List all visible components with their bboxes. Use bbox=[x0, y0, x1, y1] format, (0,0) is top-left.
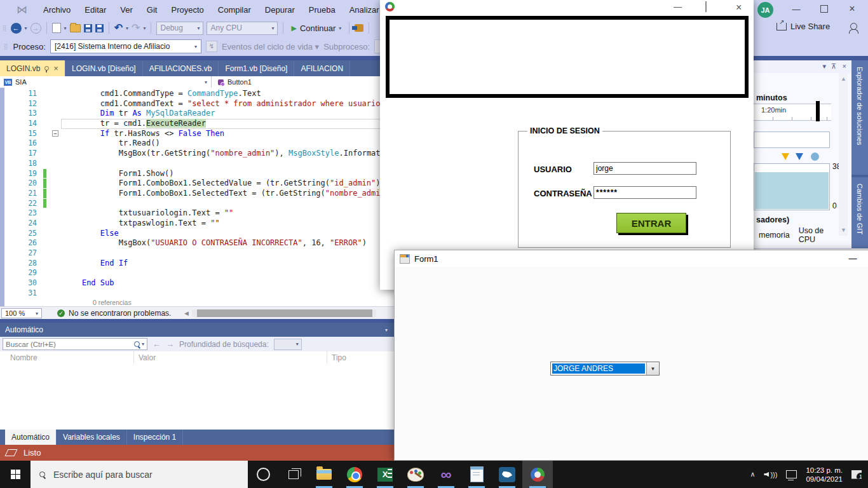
collapse-icon[interactable]: − bbox=[52, 130, 58, 137]
hscroll-left-arrow[interactable]: ◀ bbox=[184, 310, 189, 316]
login-close-button[interactable]: × bbox=[736, 2, 742, 13]
col-tipo[interactable]: Tipo bbox=[332, 353, 346, 362]
chevron-down-icon[interactable]: ▾ bbox=[822, 62, 826, 71]
close-icon[interactable]: × bbox=[53, 65, 58, 72]
menu-item-depurar[interactable]: Depurar bbox=[258, 3, 302, 17]
timeline-current-marker[interactable] bbox=[816, 101, 820, 121]
chevron-down-icon[interactable]: ▾ bbox=[64, 25, 67, 31]
start-button[interactable] bbox=[0, 461, 31, 488]
vs-close-button[interactable]: × bbox=[841, 0, 863, 18]
notifications-button[interactable]: 1 bbox=[851, 470, 862, 479]
form1-minimize-button[interactable]: — bbox=[843, 252, 862, 266]
taskbar-file-explorer[interactable] bbox=[309, 461, 339, 488]
toolbar-grip[interactable]: ⣿ bbox=[3, 25, 6, 31]
solution-platform-combo[interactable]: Any CPU▾ bbox=[207, 22, 278, 35]
login-maximize-button[interactable] bbox=[705, 2, 707, 11]
close-icon[interactable]: × bbox=[843, 62, 846, 70]
doc-tab-form1-vb-dise-o-[interactable]: Form1.vb [Diseño] bbox=[219, 60, 294, 76]
hscrollbar-thumb[interactable] bbox=[197, 309, 372, 317]
doc-tab-afiliacion[interactable]: AFILIACION bbox=[294, 60, 350, 76]
chevron-down-icon[interactable]: ▾ bbox=[142, 341, 144, 347]
save-all-button[interactable] bbox=[95, 24, 104, 32]
taskbar-notepad[interactable] bbox=[461, 461, 492, 488]
taskbar-mysql-workbench[interactable] bbox=[492, 461, 522, 488]
menu-item-compilar[interactable]: Compilar bbox=[211, 3, 258, 17]
vs-maximize-button[interactable] bbox=[813, 0, 835, 18]
cortana-button[interactable] bbox=[248, 461, 278, 488]
scroll-down-icon[interactable]: ▼ bbox=[841, 227, 846, 233]
menu-item-git[interactable]: Git bbox=[140, 3, 165, 17]
doc-tab-afiliaciones-vb[interactable]: AFILIACIONES.vb bbox=[143, 60, 219, 76]
tab-memory-usage[interactable]: memoria bbox=[759, 231, 790, 240]
taskbar-search[interactable]: Escribe aquí para buscar bbox=[31, 461, 248, 488]
live-share-button[interactable]: Live Share bbox=[776, 22, 857, 31]
project-selector[interactable]: VB SIA ▾ bbox=[0, 78, 211, 86]
chevron-down-icon[interactable]: ▾ bbox=[143, 25, 146, 31]
new-file-button[interactable] bbox=[52, 23, 61, 33]
pin-icon[interactable]: ⊼ bbox=[831, 62, 836, 71]
clock[interactable]: 10:23 p. m. 09/04/2021 bbox=[806, 466, 843, 484]
menu-item-proyecto[interactable]: Proyecto bbox=[164, 3, 210, 17]
debug-tab-variables-locales[interactable]: Variables locales bbox=[57, 430, 127, 445]
memory-usage-chart[interactable] bbox=[754, 163, 830, 210]
redo-button[interactable]: ↷ bbox=[132, 24, 140, 32]
task-view-button[interactable] bbox=[278, 461, 309, 488]
editor-zoom-combo[interactable]: 100 %▾ bbox=[1, 308, 42, 318]
diagnostics-scrollbar[interactable]: ▲ ▼ bbox=[839, 73, 848, 236]
form1-titlebar[interactable]: Form1 bbox=[395, 250, 868, 267]
contrasena-input[interactable] bbox=[593, 186, 696, 199]
chevron-down-icon[interactable]: ▾ bbox=[126, 25, 128, 31]
debug-tab-inspecci-n-1[interactable]: Inspección 1 bbox=[127, 430, 183, 445]
navigate-forward-button[interactable]: → bbox=[31, 23, 41, 34]
menu-item-prueba[interactable]: Prueba bbox=[302, 3, 342, 17]
member-selector[interactable]: Button1 bbox=[227, 78, 252, 86]
save-button[interactable] bbox=[84, 24, 92, 32]
taskbar-paint[interactable] bbox=[400, 461, 431, 488]
process-combo[interactable]: [2416] Sistema Interno de Afiliacio▾ bbox=[50, 39, 201, 53]
volume-button[interactable]: ))) bbox=[764, 471, 777, 478]
search-depth-combo[interactable]: ▾ bbox=[274, 339, 302, 350]
menu-item-ver[interactable]: Ver bbox=[113, 3, 140, 17]
events-track[interactable] bbox=[754, 132, 830, 148]
combobox-dropdown-button[interactable]: ▼ bbox=[646, 362, 659, 375]
lifecycle-events-label[interactable]: Eventos del ciclo de vida ▾ bbox=[222, 42, 319, 51]
chevron-down-icon[interactable]: ▾ bbox=[25, 25, 27, 31]
entrar-button[interactable]: ENTRAR bbox=[616, 213, 686, 233]
search-next-arrow[interactable]: → bbox=[166, 339, 174, 349]
login-window-titlebar[interactable]: — × bbox=[380, 0, 754, 14]
menu-item-archivo[interactable]: Archivo bbox=[36, 3, 78, 17]
debug-tab-autom-tico[interactable]: Automático bbox=[5, 430, 57, 445]
admin-combobox[interactable]: JORGE ANDRES ▼ bbox=[550, 362, 660, 376]
autos-search-box[interactable]: ▾ bbox=[3, 338, 147, 350]
search-input[interactable] bbox=[3, 341, 134, 348]
taskbar-visual-studio[interactable]: ∞ bbox=[431, 461, 461, 488]
tab-cpu-usage[interactable]: Uso de CPU bbox=[799, 226, 839, 244]
vs-minimize-button[interactable]: — bbox=[785, 0, 807, 18]
event-marker-yellow-icon[interactable] bbox=[782, 153, 789, 160]
chevron-down-icon[interactable]: ▾ bbox=[385, 327, 388, 333]
lifecycle-events-icon[interactable]: ↯ bbox=[206, 41, 217, 52]
search-icon[interactable] bbox=[134, 341, 140, 347]
login-minimize-button[interactable]: — bbox=[674, 2, 682, 11]
codelens-references[interactable]: 0 referencias bbox=[93, 299, 132, 306]
feedback-person-icon[interactable] bbox=[850, 23, 857, 30]
network-icon[interactable] bbox=[786, 470, 797, 478]
taskbar-chrome[interactable] bbox=[339, 461, 370, 488]
toolbar-grip[interactable]: ⣿ bbox=[4, 43, 8, 50]
solution-configuration-combo[interactable]: Debug▾ bbox=[156, 22, 203, 35]
doc-tab-login-vb[interactable]: LOGIN.vb× bbox=[0, 60, 65, 76]
continue-debug-button[interactable]: ▶ Continuar ▾ bbox=[288, 24, 344, 33]
scroll-up-icon[interactable]: ▲ bbox=[841, 76, 846, 82]
tab-git-changes[interactable]: Cambios de GIT bbox=[851, 177, 868, 248]
col-nombre[interactable]: Nombre bbox=[10, 353, 37, 362]
col-valor[interactable]: Valor bbox=[139, 353, 156, 362]
doc-tab-login-vb-dise-o-[interactable]: LOGIN.vb [Diseño] bbox=[65, 60, 143, 76]
account-avatar[interactable]: JA bbox=[757, 2, 773, 18]
event-marker-blue-icon[interactable] bbox=[796, 153, 803, 160]
hidden-icons-chevron[interactable]: ∧ bbox=[750, 470, 755, 478]
attach-process-icon[interactable] bbox=[355, 24, 363, 32]
open-file-button[interactable] bbox=[70, 24, 81, 32]
undo-button[interactable]: ↶ bbox=[114, 24, 123, 32]
search-prev-arrow[interactable]: ← bbox=[153, 339, 161, 349]
menu-item-editar[interactable]: Editar bbox=[78, 3, 113, 17]
